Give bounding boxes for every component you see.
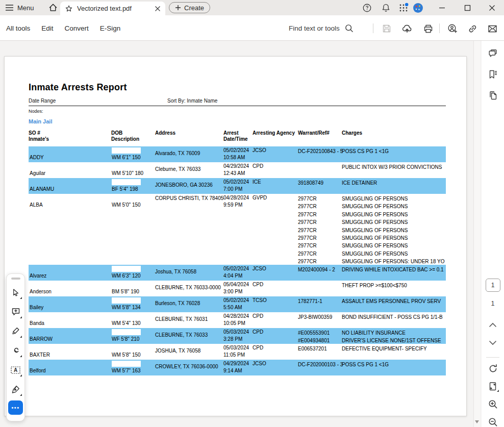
find-text-button[interactable]: Find text or tools (289, 15, 354, 41)
menu-all-tools[interactable]: All tools (6, 24, 30, 32)
create-label: Create (184, 4, 204, 12)
scrollbar-down-arrow[interactable] (475, 420, 479, 423)
fill-sign-tool[interactable] (7, 380, 24, 399)
add-text-tool[interactable]: A (7, 360, 24, 380)
profile-avatar[interactable] (413, 3, 423, 13)
table-row: BARROWWF 5'8" 210CLEBURNE, TX 7603305/03… (29, 328, 446, 344)
report-title: Inmate Arrests Report (29, 82, 127, 93)
charge-text: SMUGGLING OF PERSONS (342, 203, 446, 210)
arrest-date: 04/28/2024 (223, 313, 249, 319)
menu-convert[interactable]: Convert (65, 24, 89, 32)
dob-redaction-box (112, 147, 141, 154)
notifications-button[interactable] (381, 3, 391, 13)
rotate-page-button[interactable] (487, 363, 498, 374)
pdf-page[interactable]: Inmate Arrests Report Date Range Sort By… (4, 56, 467, 416)
upload-cloud-button[interactable] (401, 23, 413, 34)
fit-page-icon (488, 381, 498, 392)
zoom-out-button[interactable] (487, 416, 498, 427)
arrest-date: 05/03/2024 (223, 329, 249, 335)
charge-list: NO LIABILITY INSURANCEDRIVER'S LICENSE N… (342, 329, 446, 345)
document-viewport: Inmate Arrests Report Date Range Sort By… (0, 41, 504, 427)
highlight-tool[interactable] (7, 321, 24, 341)
warrant-list (298, 163, 342, 171)
page-thumbnails-button[interactable] (487, 90, 498, 101)
vertical-scrollbar[interactable] (473, 41, 480, 427)
fit-page-button[interactable] (487, 381, 498, 392)
inmate-description: WM 5'0" 150 (112, 202, 141, 208)
arresting-agency: JCSO (253, 147, 266, 153)
warrant-number: E006537201 (298, 345, 342, 353)
warrant-number: DC-F202100843 - 5 (298, 147, 342, 155)
menu-button[interactable]: Menu (5, 0, 34, 15)
table-row: ADDYWM 6'1" 150Alvarado, TX 7600905/02/2… (29, 146, 446, 162)
col-arrest: Arrest (223, 130, 238, 136)
warrant-number: 1782771-1 (298, 297, 342, 305)
table-row: BandaWM 5'4" 130CLEBURNE, TX 7603104/28/… (29, 312, 446, 328)
page-number-input[interactable]: 1 (486, 279, 500, 292)
charge-text: BOND INSUFFICIENT - POSS CS PG 1/1-B (342, 313, 446, 321)
home-button[interactable] (48, 3, 58, 13)
inmate-address: CORPUS CHRISTI, TX 78405 (155, 195, 223, 201)
col-description: Description (111, 136, 139, 142)
printer-icon (423, 23, 434, 34)
save-icon (382, 23, 392, 34)
create-button[interactable]: Create (169, 2, 210, 13)
close-button[interactable] (486, 3, 497, 13)
maximize-button[interactable] (462, 3, 473, 13)
more-tools-button[interactable]: ••• (8, 400, 23, 415)
zoom-in-button[interactable] (487, 398, 498, 410)
col-so: SO # (29, 130, 40, 136)
warrant-list: DC-F202100843 - 5 (298, 147, 342, 155)
star-icon[interactable] (65, 5, 73, 13)
document-tab[interactable]: Vectorized text.pdf (60, 2, 165, 15)
inmate-name: BARROW (30, 336, 53, 342)
share-link-button[interactable] (467, 23, 478, 34)
bell-icon (381, 3, 391, 13)
table-row: BAXTERWM 5'8" 150JOSHUA, TX 7605805/03/2… (29, 344, 446, 360)
sign-pen-icon (11, 384, 21, 394)
close-icon (489, 5, 495, 11)
inmate-address: CLEBURNE, TX 76033-0000 (155, 285, 221, 290)
table-header: SO # Inmate's DOB Description Address Ar… (29, 130, 446, 146)
charge-text: SMUGGLING OF PERSONS (342, 242, 446, 249)
menu-esign[interactable]: E-Sign (100, 24, 121, 32)
arrest-time: 4:04 PM (223, 273, 242, 279)
select-tool[interactable] (7, 283, 24, 302)
comment-add-icon (11, 307, 21, 317)
inmate-name: Bailey (30, 305, 43, 310)
charge-text: POSS CS PG 1 <1G (342, 361, 446, 368)
drag-handle[interactable] (11, 278, 20, 280)
comments-panel-button[interactable] (487, 48, 498, 59)
cursor-arrow-icon (11, 288, 20, 297)
arrest-time: 3:00 PM (223, 289, 242, 294)
email-button[interactable] (487, 23, 498, 34)
arresting-agency: GVPD (253, 195, 267, 200)
bookmarks-panel-button[interactable] (487, 69, 498, 80)
print-button[interactable] (422, 23, 434, 34)
charge-text: THEFT PROP >=$100<$750 (342, 282, 446, 289)
minimize-icon (439, 5, 445, 11)
add-comment-tool[interactable] (7, 302, 24, 321)
arrest-time: 9:14 AM (223, 368, 242, 373)
request-signatures-button[interactable] (447, 23, 458, 34)
tab-close-button[interactable] (155, 6, 161, 12)
col-charges: Charges (342, 130, 362, 136)
apps-grid-button[interactable] (398, 3, 409, 13)
hamburger-icon (5, 4, 14, 11)
next-page-button[interactable] (487, 337, 498, 348)
save-button[interactable] (381, 23, 392, 34)
previous-page-button[interactable] (487, 319, 498, 331)
warrant-list: JP3-BIW00359 (298, 313, 342, 321)
charge-list: DRIVING WHILE INTOXICATED BAC >= 0.1 (342, 266, 446, 273)
menu-edit[interactable]: Edit (41, 24, 53, 32)
arresting-agency: JCSO (253, 266, 266, 271)
draw-tool[interactable] (7, 341, 24, 360)
help-button[interactable] (362, 3, 372, 13)
table-row: ALANAMUBF 5'4" 198JONESBORO, GA 3023605/… (29, 178, 446, 194)
warrant-list (298, 282, 342, 289)
table-row: AguilarWM 5'10" 180Cleburne, TX 7603304/… (29, 162, 446, 178)
inmate-address: JOSHUA, TX 76058 (155, 348, 200, 354)
minimize-button[interactable] (436, 3, 447, 13)
warrant-number (298, 163, 342, 171)
total-pages-label: 1 (491, 300, 495, 307)
